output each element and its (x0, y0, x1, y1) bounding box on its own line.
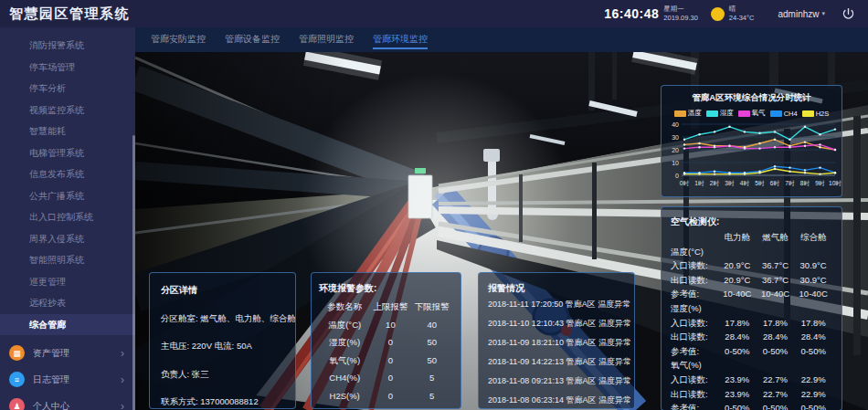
sidebar-item[interactable]: 消防报警系统 (0, 35, 135, 57)
sidebar-item[interactable]: 公共广播系统 (0, 185, 135, 207)
sidebar-nav: 消防报警系统停车场管理停车分析视频监控系统智慧能耗电梯管理系统信息发布系统公共广… (0, 27, 135, 335)
chart-title: 管廊A区环境综合情况分时统计 (662, 92, 842, 104)
alarm-item: 2018-11-11 17:20:50 管廊A区 温度异常 (488, 295, 625, 314)
sidebar: 消防报警系统停车场管理停车分析视频监控系统智慧能耗电梯管理系统信息发布系统公共广… (0, 27, 135, 410)
air-value: 23.9% (718, 387, 757, 402)
svg-text:3时: 3时 (725, 180, 735, 186)
tab[interactable]: 管廊设备监控 (225, 27, 280, 52)
air-row-label: 入口读数: (671, 373, 718, 387)
env-cell: 0 (370, 369, 410, 387)
env-cell: 40 (410, 316, 453, 334)
air-value: 0-50% (757, 344, 795, 359)
air-corner (671, 230, 718, 245)
sidebar-item[interactable]: 综合管廊 (0, 314, 135, 336)
air-value: 0-50% (718, 401, 757, 410)
env-cell: 0 (370, 387, 410, 405)
svg-text:20: 20 (672, 147, 679, 153)
air-value: 20.9°C (718, 258, 757, 273)
chevron-right-icon: › (121, 400, 124, 410)
panel-title: 环境报警参数: (319, 282, 453, 295)
air-monitor-panel: 空气检测仪: 电力舱燃气舱综合舱温度(°C)入口读数:20.9°C36.7°C3… (661, 206, 842, 410)
legend-item: H2S (802, 110, 830, 118)
zone-detail-row: 联系方式: 137000088812 (161, 396, 284, 408)
air-value: 30.9°C (794, 258, 832, 273)
air-value: 22.7% (757, 387, 795, 402)
sidebar-item[interactable]: 智能照明系统 (0, 249, 135, 271)
env-cell: 氧气(%) (319, 352, 370, 370)
username: adminhzw (778, 9, 819, 19)
alarm-item: 2018-11-09 14:22:13 管廊A区 温度异常 (488, 352, 625, 372)
zone-detail-row: 主电压: 220V 电流: 50A (161, 341, 284, 352)
air-row-label: 出口读数: (671, 273, 718, 288)
sidebar-item[interactable]: 信息发布系统 (0, 163, 135, 185)
air-value: 10-40C (794, 287, 832, 301)
air-value: 28.4% (757, 330, 795, 344)
air-section-header: 湿度(%) (671, 301, 832, 316)
env-cell: CH4(%) (319, 369, 370, 387)
user-menu[interactable]: adminhzw ▾ (778, 9, 825, 19)
env-cell: 0 (370, 333, 410, 352)
legend-label: 湿度 (720, 109, 734, 118)
sidebar-item[interactable]: 远程抄表 (0, 292, 135, 314)
air-row-label: 入口读数: (671, 258, 718, 273)
header-right: 16:40:48 星期一 2019.09.30 晴 24-34°C adminh… (604, 5, 855, 23)
air-value: 22.9% (794, 387, 832, 402)
air-value: 0-50% (794, 344, 832, 359)
caret-down-icon: ▾ (821, 10, 825, 17)
zone-detail-rows: 分区舱室: 燃气舱、电力舱、综合舱主电压: 220V 电流: 50A负责人: 张… (161, 313, 284, 409)
sidebar-item[interactable]: 出入口控制系统 (0, 206, 135, 228)
sidebar-section[interactable]: ♟个人中心› (0, 393, 135, 410)
sidebar-item[interactable]: 智慧能耗 (0, 121, 135, 142)
power-button[interactable] (842, 7, 855, 21)
date: 2019.09.30 (663, 14, 698, 23)
sidebar-item[interactable]: 停车场管理 (0, 57, 135, 79)
legend-swatch (738, 110, 750, 117)
air-value: 17.8% (718, 316, 757, 331)
env-col-header: 下限报警 (410, 298, 453, 316)
panel-title: 空气检测仪: (671, 216, 832, 228)
sidebar-item[interactable]: 视频监控系统 (0, 100, 135, 121)
alarm-item: 2018-11-08 09:21:13 管廊A区 温度异常 (488, 372, 625, 391)
alarm-list-panel: 报警情况 2018-11-11 17:20:50 管廊A区 温度异常2018-1… (478, 272, 635, 409)
air-row-label: 参考值: (671, 287, 718, 301)
zone-detail-row: 分区舱室: 燃气舱、电力舱、综合舱 (161, 313, 284, 325)
env-cell: 50 (410, 352, 453, 370)
svg-text:4时: 4时 (740, 180, 750, 186)
svg-text:9时: 9时 (815, 180, 825, 186)
svg-text:10: 10 (672, 160, 679, 166)
air-value: 10-40C (718, 287, 757, 301)
sidebar-section-label: 个人中心 (33, 400, 121, 410)
weather-block: 晴 24-34°C (729, 5, 755, 23)
sidebar-section-label: 日志管理 (33, 373, 121, 386)
svg-text:1时: 1时 (694, 180, 704, 186)
alarm-list: 2018-11-11 17:20:50 管廊A区 温度异常2018-11-10 … (488, 295, 625, 409)
air-value: 17.8% (794, 316, 832, 331)
air-value: 10-40C (757, 287, 795, 301)
air-value: 36.7°C (757, 273, 795, 288)
tab[interactable]: 管廊照明监控 (299, 27, 354, 52)
svg-text:5时: 5时 (755, 180, 765, 186)
legend-item: 湿度 (706, 109, 734, 118)
env-alarm-params-panel: 环境报警参数: 参数名称上限报警下限报警温度(°C)1040湿度(%)050氧气… (311, 272, 461, 409)
sidebar-item[interactable]: 电梯管理系统 (0, 142, 135, 164)
env-cell: 湿度(%) (319, 333, 370, 352)
panel-title: 分区详情 (161, 284, 284, 297)
air-value: 30.9°C (794, 273, 832, 288)
sidebar-item[interactable]: 巡更管理 (0, 271, 135, 293)
tab[interactable]: 管廊环境监控 (373, 27, 428, 52)
legend-swatch (674, 110, 686, 117)
svg-text:0: 0 (675, 173, 679, 179)
legend-item: CH4 (770, 110, 798, 118)
weather-temp: 24-34°C (729, 14, 755, 23)
legend-swatch (770, 110, 782, 117)
zone-detail-row: 负责人: 张三 (161, 369, 284, 381)
env-col-header: 上限报警 (370, 298, 410, 316)
env-cell: 10 (370, 316, 410, 334)
sidebar-section[interactable]: ≡日志管理› (0, 366, 135, 393)
tab[interactable]: 管廊安防监控 (151, 27, 206, 52)
sidebar-item[interactable]: 周界入侵系统 (0, 228, 135, 250)
svg-text:10时: 10时 (829, 180, 842, 186)
sidebar-scrollbar[interactable] (132, 135, 135, 410)
sidebar-section[interactable]: ▦资产管理› (0, 340, 135, 366)
sidebar-item[interactable]: 停车分析 (0, 78, 135, 100)
